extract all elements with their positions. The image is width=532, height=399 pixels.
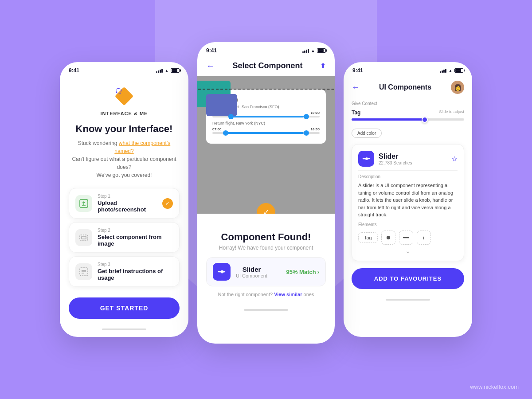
signal-icon-center	[302, 48, 309, 53]
selection-box	[197, 89, 335, 214]
arrow-icon: ›	[317, 269, 319, 275]
component-icon-box	[213, 263, 231, 281]
slider-card-header: Slider 22,783 Searches ☆	[358, 151, 458, 167]
phones-container: 9:41 ▲ INTERFACE & ME	[60, 55, 472, 344]
status-icons-left: ▲	[156, 68, 180, 73]
center-screen-title: Select Component	[232, 61, 302, 70]
battery-icon	[171, 68, 180, 73]
elements-row: Tag i	[358, 231, 458, 245]
status-bar-left: 9:41 ▲	[60, 62, 188, 76]
step3-icon-box	[75, 263, 92, 280]
logo-svg	[113, 85, 135, 107]
match-percent: 95% Match	[286, 269, 316, 275]
step3-label: Step 3	[98, 262, 173, 267]
signal-icon	[156, 68, 163, 73]
add-color-button[interactable]: Add color	[352, 129, 382, 138]
step2-label: Step 2	[98, 228, 173, 233]
wifi-icon-center: ▲	[311, 48, 315, 53]
not-right-suffix: ones	[304, 292, 314, 297]
svg-point-16	[387, 236, 390, 239]
watermark: www.nickelfox.com	[470, 383, 519, 390]
dot-icon	[386, 235, 391, 240]
tag-slider-area: Tag Slide to adjust	[352, 110, 464, 121]
battery-icon-center	[317, 48, 326, 53]
battery-icon-right	[454, 68, 463, 73]
component-info: Slider UI Component	[236, 266, 267, 278]
time-center: 9:41	[206, 47, 217, 54]
line-icon	[403, 237, 409, 239]
hero-subtitle: Stuck wondering what the component's nam…	[69, 139, 180, 179]
wifi-icon-right: ▲	[448, 68, 453, 73]
component-found-section: Component Found! Horray! We have found y…	[197, 214, 335, 304]
step3-title: Get brief instructions of usage	[98, 268, 173, 281]
phone-center: 9:41 ▲ ← Select Component ⬆	[197, 42, 335, 344]
svg-point-15	[365, 157, 368, 160]
svg-rect-6	[80, 235, 88, 240]
status-icons-right: ▲	[440, 68, 463, 73]
home-indicator-center	[244, 309, 288, 311]
hero-title: Know your Interface!	[76, 123, 173, 135]
star-button[interactable]: ☆	[451, 155, 458, 163]
back-button-right[interactable]: ←	[352, 83, 360, 92]
slider-component-card: Slider 22,783 Searches ☆ Description A s…	[352, 144, 464, 261]
component-result-card[interactable]: Slider UI Component 95% Match ›	[206, 257, 326, 286]
element-tag: Tag	[358, 232, 378, 243]
home-indicator-right	[386, 299, 430, 301]
time-left: 9:41	[69, 67, 79, 74]
step3-card: Step 3 Get brief instructions of usage	[69, 256, 180, 287]
phone-right-header: ← UI Components 👩	[344, 76, 472, 98]
context-slider-fill	[352, 118, 425, 121]
avatar: 👩	[451, 81, 464, 94]
slider-icon	[217, 267, 226, 276]
select-icon	[79, 233, 89, 243]
context-slider-track[interactable]	[352, 118, 464, 121]
upload-icon	[79, 199, 89, 208]
subtitle-normal2: Can't figure out what a particular compo…	[72, 156, 176, 178]
slider-card-icon-svg	[362, 155, 370, 163]
subtitle-highlight: what the component's named?	[114, 140, 170, 154]
center-header: ← Select Component ⬆	[197, 56, 335, 76]
flight-card: Duration Outbound flight, San Francisco …	[206, 90, 326, 144]
context-slider-thumb[interactable]	[422, 117, 428, 123]
subtitle-normal: Stuck wondering	[78, 140, 119, 146]
slide-to-adjust-label: Slide to adjust	[439, 110, 464, 114]
phone-right: 9:41 ▲ ← UI Components 👩 Give Context Ta…	[344, 62, 472, 337]
step1-icon-box	[75, 195, 92, 212]
not-right-label: Not the right component?	[218, 292, 273, 297]
step1-text: Step 1 Upload photo/screenshot	[98, 194, 157, 213]
chevron-down-icon[interactable]: ⌄	[358, 247, 458, 254]
element-i-label: i	[423, 235, 424, 240]
back-button-center[interactable]: ←	[206, 61, 215, 71]
slider-searches: 22,783 Searches	[379, 160, 412, 165]
element-i: i	[417, 231, 431, 245]
status-icons-center: ▲	[302, 48, 326, 53]
description-text: A slider is a UI component representing …	[358, 182, 458, 219]
status-bar-right: 9:41 ▲	[344, 62, 472, 76]
step1-title: Upload photo/screenshot	[98, 200, 157, 213]
not-right-text: Not the right component? View similar on…	[206, 292, 326, 297]
step1-check: ✓	[162, 198, 173, 209]
slider-card-name: Slider	[379, 153, 412, 160]
element-line	[399, 231, 413, 245]
svg-point-13	[221, 270, 224, 274]
slider-card-icon	[358, 151, 374, 167]
status-bar-center: 9:41 ▲	[197, 42, 335, 56]
view-similar-link[interactable]: View similar	[274, 292, 302, 297]
instructions-icon	[79, 267, 89, 277]
phone-left: 9:41 ▲ INTERFACE & ME	[60, 62, 188, 337]
svg-rect-7	[82, 236, 86, 239]
get-started-button[interactable]: GET STARTED	[69, 297, 180, 319]
step2-card: Step 2 Select component from image	[69, 222, 180, 253]
right-screen-title: UI Components	[379, 83, 431, 91]
signal-icon-right	[440, 68, 446, 73]
step2-icon-box	[75, 229, 92, 246]
match-badge: 95% Match ›	[286, 269, 319, 275]
add-to-favourites-button[interactable]: ADD TO FAVOURITES	[352, 268, 464, 289]
step3-text: Step 3 Get brief instructions of usage	[98, 262, 173, 281]
give-context-label: Give Context	[352, 101, 464, 106]
component-found-sub: Horray! We have found your component	[206, 245, 326, 251]
wifi-icon: ▲	[164, 68, 169, 73]
element-dot	[381, 231, 395, 245]
step1-label: Step 1	[98, 194, 157, 199]
share-button[interactable]: ⬆	[320, 62, 326, 70]
